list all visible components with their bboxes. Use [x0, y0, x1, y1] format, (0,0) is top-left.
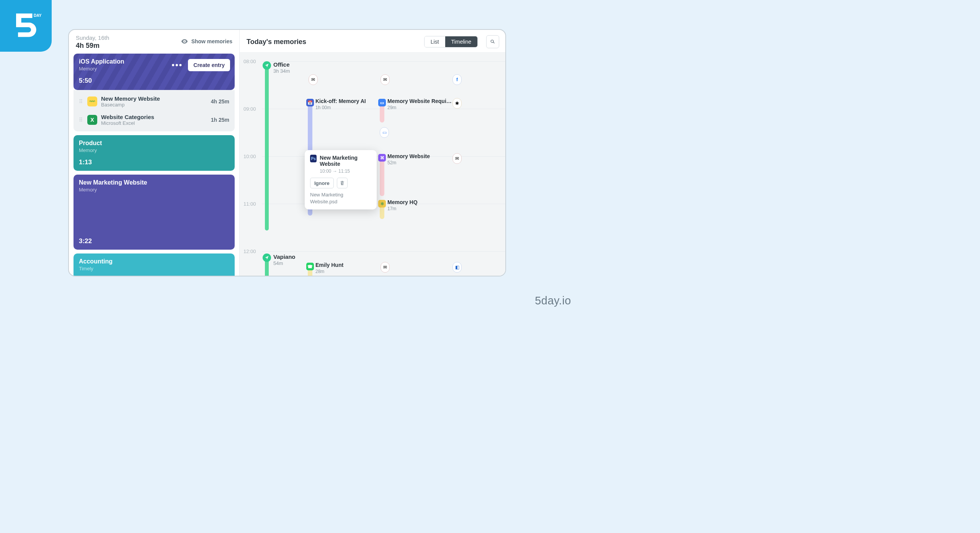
facebook-icon[interactable]: f	[452, 74, 462, 85]
cards-list: iOS Application Memory 5:50 ••• Create e…	[69, 54, 239, 276]
date-label: Sunday, 16th	[76, 34, 109, 41]
right-header: Today's memories List Timeline	[240, 30, 505, 52]
calendar-icon: 📅	[306, 99, 314, 106]
sub-duration: 4h 25m	[211, 98, 229, 105]
tab-list[interactable]: List	[425, 36, 445, 47]
event-bar-kickoff[interactable]: 📅	[308, 100, 312, 156]
event-title: Emily Hunt	[315, 262, 343, 268]
event-bar-emily[interactable]: ☎	[308, 263, 312, 276]
card-product[interactable]: Product Memory 1:13	[74, 135, 235, 171]
event-duration: 17m	[387, 206, 396, 211]
card-accounting[interactable]: Accounting Timely 1:24	[74, 253, 235, 276]
event-title: Memory Website	[387, 153, 430, 159]
card-subtitle: Memory	[79, 187, 229, 193]
five-icon: DAY	[10, 10, 42, 42]
card-subtitle: Memory	[79, 147, 229, 153]
app-window: Sunday, 16th 4h 59m Show memories iOS Ap…	[68, 29, 506, 276]
svg-text:DAY: DAY	[34, 13, 42, 18]
whatsapp-icon: ☎	[306, 263, 314, 270]
total-time: 4h 59m	[76, 42, 109, 50]
popover-title: New Marketing Website	[320, 155, 371, 167]
sub-entries: ⠿ 〰 New Memory WebsiteBasecamp 4h 25m ⠿ …	[74, 90, 235, 131]
hour-label: 09:00	[243, 106, 256, 112]
drag-handle-icon[interactable]: ⠿	[79, 118, 83, 121]
event-bar-requirements[interactable]: ▭	[380, 100, 384, 123]
event-duration: 52m	[387, 160, 396, 165]
drag-handle-icon[interactable]: ⠿	[79, 100, 83, 103]
sub-app: Basecamp	[101, 102, 160, 108]
search-button[interactable]	[486, 35, 499, 48]
left-panel: Sunday, 16th 4h 59m Show memories iOS Ap…	[69, 30, 240, 276]
docs-icon[interactable]: ▭	[380, 127, 389, 138]
delete-button[interactable]	[337, 178, 348, 188]
location-pin-icon[interactable]	[263, 253, 271, 262]
left-header: Sunday, 16th 4h 59m Show memories	[69, 30, 239, 54]
docs-icon: ▭	[378, 99, 386, 106]
show-memories-label: Show memories	[191, 38, 232, 44]
slack-icon: ✱	[378, 200, 386, 208]
basecamp-icon: 〰	[87, 96, 97, 106]
card-time: 5:50	[79, 77, 229, 85]
card-time: 1:13	[79, 159, 229, 166]
location-pin-icon[interactable]	[263, 61, 271, 70]
hour-column: 08:00 09:00 10:00 11:00 12:00	[240, 52, 262, 276]
event-popover: Ps New Marketing Website 10:00 → 11:15 I…	[305, 150, 377, 209]
gmail-icon[interactable]: ✉	[381, 262, 390, 273]
location-name: Office	[273, 61, 290, 68]
card-title: New Marketing Website	[79, 179, 229, 186]
search-icon	[490, 39, 496, 45]
ignore-button[interactable]: Ignore	[310, 178, 334, 188]
popover-filename: New Marketing Website.psd	[310, 191, 371, 205]
view-segmented: List Timeline	[424, 36, 478, 47]
create-entry-button[interactable]: Create entry	[188, 59, 230, 71]
sub-entry[interactable]: ⠿ 〰 New Memory WebsiteBasecamp 4h 25m	[74, 92, 235, 111]
sub-entry[interactable]: ⠿ X Website CategoriesMicrosoft Excel 1h…	[74, 111, 235, 129]
location-name: Vapiano	[273, 253, 296, 260]
event-bar-memory-hq[interactable]: ✱	[380, 201, 384, 219]
sub-title: Website Categories	[101, 114, 154, 120]
card-subtitle: Timely	[79, 266, 229, 271]
hour-label: 12:00	[243, 249, 256, 254]
location-track-office[interactable]	[265, 65, 269, 231]
slack-icon[interactable]: ✱	[452, 98, 462, 109]
card-title: Product	[79, 140, 229, 147]
event-title: Kick-off: Memory AI	[315, 98, 366, 104]
event-duration: 28m	[315, 269, 324, 274]
hour-label: 11:00	[243, 201, 256, 207]
eye-icon	[181, 38, 188, 45]
gmail-icon[interactable]: ✉	[381, 74, 390, 85]
more-icon[interactable]: •••	[172, 60, 183, 70]
sub-duration: 1h 25m	[211, 117, 229, 123]
brand-logo: DAY	[0, 0, 52, 52]
outlook-icon[interactable]: ◧	[452, 262, 462, 273]
sub-title: New Memory Website	[101, 95, 160, 102]
right-title: Today's memories	[247, 38, 306, 46]
hour-label: 10:00	[243, 154, 256, 159]
right-panel: Today's memories List Timeline 08:00 09:…	[240, 30, 505, 276]
trash-icon	[340, 180, 345, 186]
event-duration: 1h 00m	[315, 105, 331, 110]
gmail-icon[interactable]: ✉	[309, 74, 318, 85]
location-duration: 3h 34m	[273, 68, 290, 74]
timeline[interactable]: 08:00 09:00 10:00 11:00 12:00 Office 3h …	[240, 52, 505, 276]
gmail-icon[interactable]: ✉	[452, 153, 462, 164]
event-title: Memory Website Require...	[387, 98, 452, 104]
event-title: Memory HQ	[387, 199, 418, 205]
photoshop-icon: Ps	[310, 155, 317, 162]
code-icon: ⌘	[378, 154, 386, 162]
popover-time: 10:00 → 11:15	[320, 168, 371, 174]
card-title: Accounting	[79, 258, 229, 265]
show-memories-toggle[interactable]: Show memories	[181, 38, 232, 45]
event-bar-memory-website[interactable]: ⌘	[380, 155, 384, 196]
card-new-marketing[interactable]: New Marketing Website Memory 3:22	[74, 175, 235, 250]
hour-label: 08:00	[243, 59, 256, 64]
tab-timeline[interactable]: Timeline	[445, 36, 477, 47]
location-duration: 54m	[273, 260, 283, 266]
card-ios-application[interactable]: iOS Application Memory 5:50 ••• Create e…	[74, 54, 235, 90]
sub-app: Microsoft Excel	[101, 120, 154, 126]
excel-icon: X	[87, 115, 97, 125]
footer-brand: 5day.io	[535, 294, 571, 307]
card-time: 3:22	[79, 237, 92, 245]
event-duration: 29m	[387, 105, 396, 110]
